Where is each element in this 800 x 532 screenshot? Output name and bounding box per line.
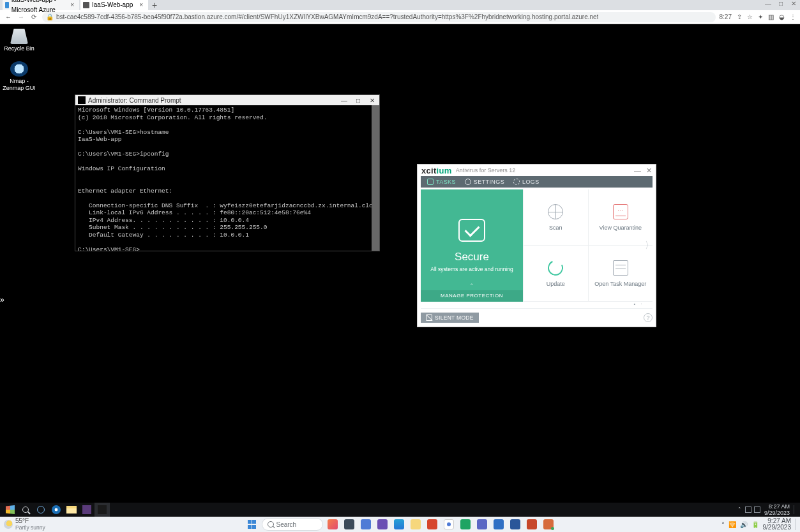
expand-caret-icon[interactable]: ⌃	[469, 283, 474, 289]
tab-logs[interactable]: LOGS	[513, 179, 540, 185]
browser-minimize-button[interactable]: —	[762, 0, 774, 10]
cmd-scrollbar[interactable]	[372, 105, 379, 251]
browser-tab-iaas[interactable]: IaaS-Web-app ×	[80, 0, 148, 10]
xcitium-tabs: TASKS SETTINGS LOGS	[421, 176, 653, 188]
cmd-maximize-button[interactable]: □	[351, 97, 365, 104]
host-search-box[interactable]: Search	[262, 518, 323, 531]
host-taskbar-outlook[interactable]	[492, 517, 506, 531]
grid-page-dots[interactable]: • ·	[625, 301, 653, 307]
new-tab-button[interactable]: +	[149, 1, 160, 10]
host-taskbar-teams[interactable]	[475, 517, 489, 531]
host-taskbar-app-2[interactable]	[342, 517, 356, 531]
browser-tab-azure[interactable]: IaaS-Web-app - Microsoft Azure ×	[3, 0, 79, 10]
nav-back-button[interactable]: ←	[4, 13, 13, 20]
help-button[interactable]: ?	[644, 313, 653, 322]
tab-close-icon[interactable]: ×	[139, 0, 143, 10]
host-taskbar-app-6[interactable]	[425, 517, 439, 531]
extensions-icon[interactable]: ✦	[758, 13, 763, 20]
xcitium-minimize-button[interactable]: —	[634, 166, 641, 175]
silent-mode-button[interactable]: SILENT MODE	[421, 313, 479, 323]
host-taskbar-app-5[interactable]	[392, 517, 406, 531]
cmd-body[interactable]: Microsoft Windows [Version 10.0.17763.48…	[75, 105, 379, 251]
app-icon	[82, 505, 91, 514]
action-update[interactable]: Update	[523, 246, 588, 302]
xcitium-close-button[interactable]: ✕	[646, 166, 652, 175]
logo-part1: xcit	[421, 166, 437, 175]
host-taskbar-ppt[interactable]	[525, 517, 539, 531]
remote-desktop[interactable]: Recycle Bin Nmap - Zenmap GUI » Administ…	[0, 24, 800, 517]
address-bar[interactable]: 🔒 bst-cae4c589-7cdf-4356-b785-bea45f90f7…	[42, 12, 716, 22]
manage-protection-button[interactable]: MANAGE PROTECTION	[421, 290, 523, 302]
xcitium-titlebar[interactable]: xcitium Antivirus for Servers 12 — ✕	[418, 165, 656, 176]
taskbar-search-button[interactable]	[18, 503, 33, 517]
status-card: Secure All systems are active and runnin…	[421, 189, 523, 302]
status-subtitle: All systems are active and running	[430, 266, 513, 272]
host-taskbar-explorer[interactable]	[409, 517, 423, 531]
action-open-task-manager[interactable]: Open Task Manager	[588, 246, 653, 302]
menu-icon[interactable]: ⋮	[790, 13, 796, 20]
command-prompt-window[interactable]: Administrator: Command Prompt — □ ✕ Micr…	[75, 94, 380, 251]
host-clock[interactable]: 9:27 AM 9/29/2023	[763, 518, 792, 531]
weather-widget[interactable]: 55°F Partly sunny	[0, 518, 49, 531]
desktop-icon-zenmap[interactable]: Nmap - Zenmap GUI	[0, 61, 38, 92]
snip-icon	[543, 519, 554, 529]
toolbar-time: 8:27	[720, 13, 732, 20]
recycle-bin-icon	[10, 29, 28, 44]
remote-clock[interactable]: 8:27 AM 9/29/2023	[764, 503, 790, 516]
cmd-output: Microsoft Windows [Version 10.0.17763.48…	[75, 105, 379, 251]
taskbar-explorer-button[interactable]	[64, 503, 79, 517]
tray-volume-icon[interactable]: 🔊	[740, 521, 748, 528]
tray-wifi-icon[interactable]: 🛜	[728, 521, 736, 528]
sidepanel-icon[interactable]: ▥	[768, 13, 774, 20]
page-icon	[83, 2, 89, 8]
browser-maximize-button[interactable]: □	[774, 0, 787, 10]
taskbar-cortana-button[interactable]	[33, 503, 49, 517]
cmd-close-button[interactable]: ✕	[365, 97, 379, 104]
taskbar-cmd-button[interactable]	[94, 503, 110, 517]
windows-icon	[6, 505, 15, 514]
tray-network-icon[interactable]	[745, 506, 751, 513]
host-taskbar-app-7[interactable]	[458, 517, 472, 531]
remote-time: 8:27 AM	[764, 503, 790, 510]
host-taskbar-app-4[interactable]	[375, 517, 389, 531]
host-taskbar-chrome[interactable]	[442, 517, 456, 531]
desktop-icon-recycle-bin[interactable]: Recycle Bin	[0, 29, 38, 52]
bookmark-icon[interactable]: ☆	[747, 13, 753, 20]
start-button[interactable]	[3, 503, 18, 517]
cmd-titlebar[interactable]: Administrator: Command Prompt — □ ✕	[75, 95, 379, 105]
host-taskbar-snip[interactable]	[541, 517, 555, 531]
action-scan[interactable]: Scan	[523, 189, 588, 246]
tab-close-icon[interactable]: ×	[70, 0, 74, 10]
xcitium-subtitle: Antivirus for Servers 12	[456, 167, 516, 174]
explorer-icon	[411, 519, 421, 529]
host-start-button[interactable]	[245, 517, 259, 531]
tray-battery-icon[interactable]: 🔋	[751, 521, 759, 528]
icon-label: Nmap - Zenmap GUI	[0, 78, 38, 92]
nav-reload-button[interactable]: ⟳	[29, 13, 38, 20]
profile-icon[interactable]: ◒	[779, 13, 785, 20]
host-taskbar-word[interactable]	[508, 517, 522, 531]
host-taskbar-app-3[interactable]	[359, 517, 373, 531]
xcitium-footer: SILENT MODE ?	[421, 308, 653, 323]
tab-tasks[interactable]: TASKS	[427, 179, 456, 185]
cmd-minimize-button[interactable]: —	[337, 97, 351, 104]
xcitium-window[interactable]: xcitium Antivirus for Servers 12 — ✕ TAS…	[417, 164, 656, 327]
tray-chevron-icon[interactable]: ˄	[738, 506, 741, 513]
cmd-scrollbar-thumb[interactable]	[372, 105, 379, 251]
zenmap-icon	[10, 61, 28, 77]
action-view-quarantine[interactable]: View Quarantine	[588, 189, 653, 246]
system-tray[interactable]	[745, 506, 760, 513]
share-icon[interactable]: ⇪	[737, 13, 742, 20]
tray-volume-icon[interactable]	[754, 506, 760, 513]
host-show-desktop[interactable]	[795, 519, 797, 530]
bastion-side-handle[interactable]: »	[0, 295, 6, 302]
show-desktop-button[interactable]	[794, 505, 797, 514]
host-taskbar-app-1[interactable]	[326, 517, 340, 531]
taskbar-app-button[interactable]	[79, 503, 94, 517]
taskbar-edge-button[interactable]	[49, 503, 64, 517]
tray-chevron-icon[interactable]: ˄	[721, 521, 725, 528]
browser-close-button[interactable]: ✕	[787, 0, 800, 10]
grid-next-button[interactable]: 〉	[645, 233, 653, 258]
nav-forward-button[interactable]: →	[17, 13, 26, 20]
tab-settings[interactable]: SETTINGS	[465, 179, 504, 185]
